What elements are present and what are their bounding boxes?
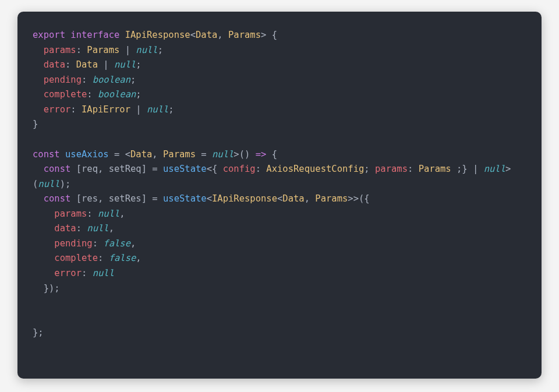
code-line: } [33,119,38,129]
code-token: | [98,59,114,70]
code-line: pending: boolean; [33,75,136,85]
code-line [33,313,38,323]
code-token [33,104,44,115]
code-token: : [87,89,98,100]
code-token: ; [168,104,174,115]
code-line: const [res, setRes] = useState<IApiRespo… [33,193,370,204]
code-token: const [44,193,71,204]
code-token: const [44,164,71,174]
code-token: : [256,164,267,174]
code-token: : [82,75,93,85]
code-token: >>({ [348,193,369,204]
code-token: Params [315,193,348,204]
code-token: Data [76,59,98,70]
code-token [33,59,44,70]
code-token: ;} | [457,164,484,174]
code-token: complete [54,253,98,263]
code-token: , [305,193,316,204]
code-token: params [54,209,87,219]
code-line: const [req, setReq] = useState<{ config:… [33,164,511,189]
code-token: Data [282,193,304,204]
code-token: complete [44,89,87,100]
code-token: ] = [141,193,163,204]
code-token: : [76,223,87,234]
code-token: | [130,104,147,115]
code-line: pending: false, [33,238,136,249]
code-token: : [98,253,109,263]
code-token: , [98,164,109,174]
code-token: null [147,104,168,115]
code-token: , [152,149,163,160]
code-token [33,45,44,55]
code-token: > { [261,30,277,40]
code-token [33,193,44,204]
code-token: : [93,238,104,249]
code-token: pending [44,75,82,85]
code-token: ); [60,179,71,189]
code-token: config [223,164,256,174]
code-token: : [65,59,76,70]
code-token [65,30,70,40]
code-token: }; [33,327,44,338]
code-line: const useAxios = <Data, Params = null>()… [33,149,277,160]
code-line: export interface IApiResponse<Data, Para… [33,30,277,40]
code-token: ] = [141,164,163,174]
code-token: < [277,193,282,204]
code-token: setReq [109,164,141,174]
code-token: null [114,59,136,70]
code-token [33,164,44,174]
code-line [33,134,38,144]
code-token: AxiosRequestConfig [266,164,364,174]
code-token: , [136,253,141,263]
code-token: , [130,238,136,249]
code-token: boolean [98,89,136,100]
code-line: }); [33,283,60,294]
code-token: < [190,30,196,40]
code-token: <{ [207,164,223,174]
code-content[interactable]: export interface IApiResponse<Data, Para… [33,28,526,341]
code-line: }; [33,327,44,338]
code-token: Params [419,164,457,174]
code-token: error [44,104,71,115]
code-token: null [38,179,59,189]
code-token: , [109,223,114,234]
code-token: params [375,164,408,174]
code-line [33,298,38,308]
code-token [119,30,125,40]
code-token: < [207,193,212,204]
code-token: } [33,119,38,129]
code-token: , [98,193,109,204]
code-token [33,134,38,144]
code-token [33,209,54,219]
code-token: params [44,45,76,55]
code-token: Params [87,45,119,55]
code-token: | [119,45,136,55]
code-token: [ [70,164,82,174]
code-token [33,253,54,263]
code-token: Data [130,149,152,160]
code-token: const [33,149,60,160]
code-token: }); [33,283,60,294]
code-token: Params [228,30,261,40]
code-token: data [44,59,65,70]
code-token [33,298,38,308]
code-token: null [484,164,505,174]
code-token: pending [54,238,92,249]
code-token: IApiResponse [125,30,190,40]
code-token: interface [70,30,119,40]
code-line: params: Params | null; [33,45,163,55]
code-token [33,223,54,234]
code-token: useAxios [65,149,109,160]
code-token: data [54,223,76,234]
code-token: : [70,104,82,115]
code-token: { [266,149,277,160]
code-token: = < [109,149,130,160]
code-token [33,238,54,249]
code-token: null [87,223,108,234]
code-token: null [212,149,233,160]
code-token: : [408,164,419,174]
code-line: params: null, [33,209,125,219]
code-line: data: Data | null; [33,59,141,70]
code-token [33,89,44,100]
code-token [33,268,54,278]
